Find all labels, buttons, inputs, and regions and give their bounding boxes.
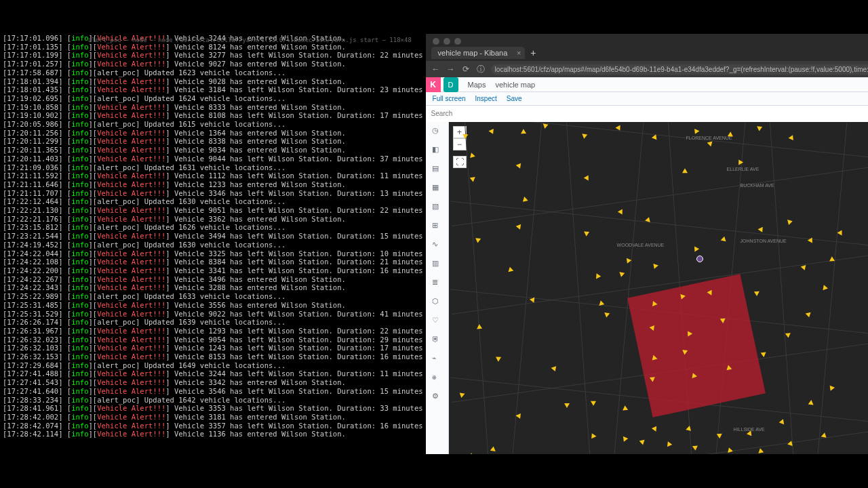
vehicle-8341-marker[interactable]: [696, 256, 703, 262]
vehicle-marker[interactable]: [804, 311, 810, 318]
management-icon[interactable]: ⚙: [432, 392, 441, 401]
space-switcher[interactable]: D: [443, 77, 458, 92]
vehicle-marker[interactable]: [760, 352, 766, 358]
apm-icon[interactable]: ⬡: [432, 297, 441, 306]
vehicle-marker[interactable]: [821, 284, 828, 290]
vehicle-marker[interactable]: [719, 237, 726, 243]
vehicle-marker[interactable]: [652, 355, 658, 362]
vehicle-marker[interactable]: [638, 439, 644, 445]
vehicle-marker[interactable]: [716, 434, 722, 439]
vehicle-marker[interactable]: [706, 140, 712, 147]
vehicle-marker[interactable]: [757, 226, 763, 232]
dashboard-icon[interactable]: ▦: [432, 183, 441, 192]
vehicle-marker[interactable]: [620, 405, 627, 413]
browser-tab[interactable]: vehicle map - Kibana ×: [431, 47, 526, 59]
vehicle-marker[interactable]: [488, 128, 494, 134]
vehicle-marker[interactable]: [682, 168, 689, 175]
vehicle-marker[interactable]: [542, 123, 548, 129]
vehicle-marker[interactable]: [583, 175, 590, 182]
ml-icon[interactable]: ∿: [432, 240, 441, 249]
vehicle-marker[interactable]: [615, 125, 620, 130]
vehicle-marker[interactable]: [837, 230, 842, 236]
visualize-icon[interactable]: ▤: [432, 164, 441, 174]
uptime-icon[interactable]: ♡: [432, 316, 441, 325]
vehicle-marker[interactable]: [591, 399, 597, 405]
vehicle-marker[interactable]: [508, 267, 514, 274]
vehicle-marker[interactable]: [756, 448, 764, 454]
vehicle-marker[interactable]: [665, 441, 672, 448]
vehicle-marker[interactable]: [651, 426, 658, 433]
search-input[interactable]: [426, 106, 868, 122]
info-icon[interactable]: ⓘ: [476, 64, 486, 75]
discover-icon[interactable]: ◧: [432, 145, 441, 155]
vehicle-marker[interactable]: [469, 175, 475, 182]
vehicle-marker[interactable]: [787, 440, 794, 446]
fullscreen-button[interactable]: Full screen: [433, 95, 466, 102]
vehicle-marker[interactable]: [807, 237, 814, 243]
vehicle-marker[interactable]: [564, 403, 570, 408]
new-tab-button[interactable]: +: [530, 47, 536, 58]
vehicle-marker[interactable]: [469, 453, 475, 454]
vehicle-marker[interactable]: [617, 209, 624, 216]
vehicle-marker[interactable]: [753, 291, 759, 296]
vehicle-marker[interactable]: [778, 419, 786, 426]
inspect-button[interactable]: Inspect: [475, 95, 497, 102]
vehicle-marker[interactable]: [489, 446, 495, 453]
siem-icon[interactable]: ⛨: [432, 335, 441, 344]
vehicle-marker[interactable]: [757, 124, 764, 131]
close-icon[interactable]: [433, 38, 439, 45]
vehicle-marker[interactable]: [692, 247, 698, 253]
vehicle-marker[interactable]: [649, 325, 654, 331]
vehicle-marker[interactable]: [726, 447, 733, 453]
devtools-icon[interactable]: ⌁: [432, 354, 441, 363]
vehicle-marker[interactable]: [686, 425, 692, 431]
vehicle-marker[interactable]: [617, 270, 625, 277]
breadcrumb-maps[interactable]: Maps: [468, 81, 486, 89]
vehicle-marker[interactable]: [475, 324, 481, 331]
vehicle-marker[interactable]: [652, 134, 658, 140]
vehicle-marker[interactable]: [692, 443, 698, 451]
vehicle-marker[interactable]: [496, 354, 502, 361]
monitoring-icon[interactable]: ⎈: [432, 373, 441, 382]
vehicle-marker[interactable]: [521, 196, 528, 202]
vehicle-marker[interactable]: [580, 131, 587, 139]
vehicle-marker[interactable]: [786, 220, 793, 226]
logs-icon[interactable]: ≣: [432, 278, 441, 287]
reload-icon[interactable]: ⟳: [461, 64, 471, 74]
vehicle-marker[interactable]: [515, 413, 521, 419]
map-canvas[interactable]: + − ⛶ LAYERS vehiclesvehicle 8341poc-geo…: [449, 122, 868, 454]
canvas-icon[interactable]: ▧: [432, 202, 441, 211]
vehicle-marker[interactable]: [652, 264, 658, 270]
vehicle-marker[interactable]: [808, 400, 814, 405]
vehicle-marker[interactable]: [550, 365, 555, 371]
vehicle-marker[interactable]: [788, 135, 793, 141]
maps-icon[interactable]: ⊞: [432, 221, 441, 230]
vehicle-marker[interactable]: [694, 128, 700, 134]
vehicle-marker[interactable]: [747, 430, 753, 436]
zoom-out-button[interactable]: −: [453, 138, 467, 150]
vehicle-marker[interactable]: [458, 392, 465, 398]
vehicle-marker[interactable]: [604, 310, 610, 317]
terminal-pane[interactable]: alert_poc — node - node /usr/local/Cella…: [0, 0, 426, 488]
close-tab-icon[interactable]: ×: [517, 49, 521, 57]
fit-bounds-button[interactable]: ⛶: [453, 156, 467, 168]
vehicle-marker[interactable]: [519, 129, 526, 136]
vehicle-marker[interactable]: [475, 236, 482, 243]
back-icon[interactable]: ←: [431, 64, 441, 74]
vehicle-marker[interactable]: [828, 386, 835, 392]
vehicle-marker[interactable]: [652, 301, 658, 307]
geo-fence[interactable]: [627, 274, 766, 417]
vehicle-marker[interactable]: [584, 229, 591, 236]
infra-icon[interactable]: ▥: [432, 259, 441, 268]
vehicle-marker[interactable]: [515, 222, 523, 229]
vehicle-marker[interactable]: [593, 273, 601, 280]
clock-icon[interactable]: ◷: [432, 126, 441, 136]
vehicle-marker[interactable]: [620, 434, 628, 441]
vehicle-marker[interactable]: [597, 300, 604, 308]
kibana-logo-icon[interactable]: K: [426, 77, 441, 92]
minimize-icon[interactable]: [443, 38, 450, 45]
forward-icon[interactable]: →: [446, 64, 456, 74]
vehicle-marker[interactable]: [827, 256, 834, 264]
address-bar[interactable]: localhost:5601/cfz/app/maps#/map/d6fe54b…: [491, 64, 868, 75]
save-button[interactable]: Save: [507, 95, 522, 102]
